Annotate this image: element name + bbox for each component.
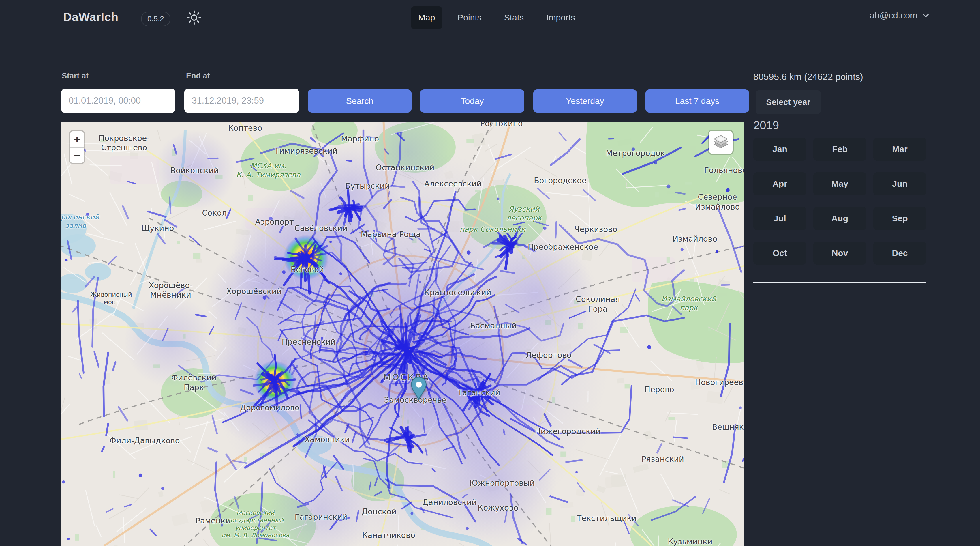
user-menu[interactable]: ab@cd.com — [870, 10, 930, 21]
month-button-aug[interactable]: Aug — [813, 207, 866, 230]
start-at-label: Start at — [62, 72, 89, 80]
end-at-input[interactable] — [184, 89, 299, 113]
nav-tab-imports[interactable]: Imports — [539, 6, 582, 29]
distance-stats: 80595.6 km (24622 points) — [753, 72, 863, 82]
main-nav: MapPointsStatsImports — [411, 6, 582, 29]
layers-control-button[interactable] — [709, 131, 733, 154]
month-button-jun[interactable]: Jun — [873, 172, 926, 195]
yesterday-button[interactable]: Yesterday — [533, 89, 637, 113]
month-button-oct[interactable]: Oct — [753, 241, 807, 265]
zoom-in-button[interactable]: + — [70, 131, 84, 147]
search-button[interactable]: Search — [308, 89, 412, 113]
version-badge: 0.5.2 — [141, 11, 170, 26]
sidebar-divider — [753, 282, 926, 283]
location-pin-marker[interactable] — [410, 377, 427, 400]
month-button-feb[interactable]: Feb — [813, 138, 866, 161]
select-year-button[interactable]: Select year — [756, 90, 821, 114]
month-button-mar[interactable]: Mar — [873, 138, 926, 161]
stacked-layers-icon — [713, 134, 729, 151]
month-button-nov[interactable]: Nov — [813, 241, 866, 265]
theme-toggle-button[interactable] — [186, 10, 202, 26]
user-email: ab@cd.com — [870, 10, 917, 21]
nav-tab-points[interactable]: Points — [450, 6, 489, 29]
map-tiles-and-tracks — [60, 122, 744, 546]
months-grid: JanFebMarAprMayJunJulAugSepOctNovDec — [753, 138, 926, 265]
zoom-out-button[interactable]: − — [70, 147, 84, 163]
end-at-label: End at — [186, 72, 210, 80]
month-button-jul[interactable]: Jul — [753, 207, 807, 230]
dawarich-app: DaWarIch 0.5.2 MapPointsStatsImports ab@… — [0, 0, 980, 546]
month-button-sep[interactable]: Sep — [873, 207, 926, 230]
year-heading: 2019 — [753, 119, 779, 132]
nav-tab-stats[interactable]: Stats — [496, 6, 531, 29]
map-canvas[interactable]: КоптевоПокровское- СтрешневоТимирязевски… — [60, 122, 744, 546]
start-at-input[interactable] — [61, 89, 175, 113]
last-7-days-button[interactable]: Last 7 days — [646, 89, 749, 113]
month-button-dec[interactable]: Dec — [873, 241, 926, 265]
zoom-control: + − — [70, 131, 84, 163]
chevron-down-icon — [921, 11, 930, 21]
app-logo[interactable]: DaWarIch — [63, 10, 119, 24]
month-button-jan[interactable]: Jan — [753, 138, 807, 161]
today-button[interactable]: Today — [420, 89, 524, 113]
nav-tab-map[interactable]: Map — [411, 6, 442, 29]
month-button-apr[interactable]: Apr — [753, 172, 807, 195]
month-button-may[interactable]: May — [813, 172, 866, 195]
sun-icon — [186, 22, 202, 26]
